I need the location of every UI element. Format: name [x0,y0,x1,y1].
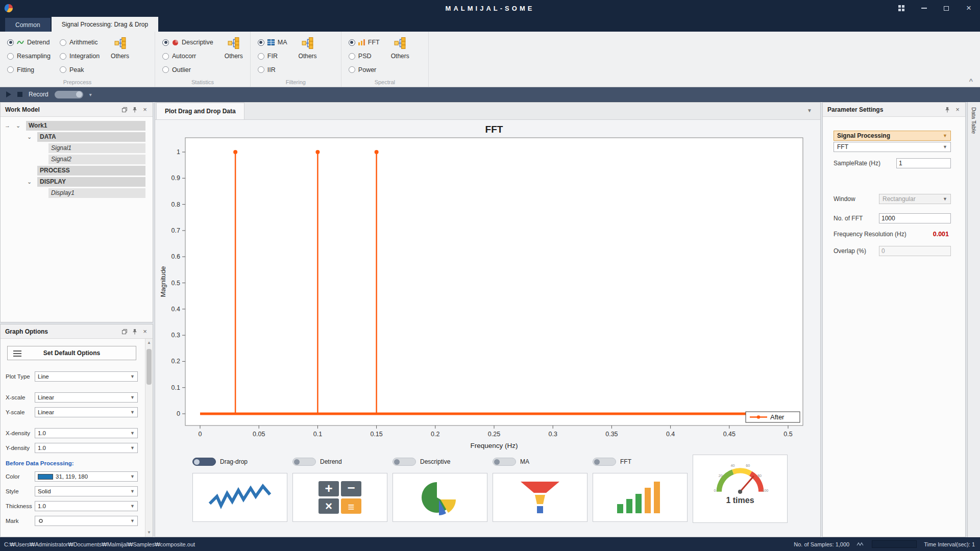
pin-icon[interactable] [943,105,952,114]
mark-select[interactable]: ▼ [35,516,138,526]
ribbon-option-descriptive[interactable]: Descriptive [162,36,213,49]
ribbon-others-spectral[interactable]: Others [391,37,409,77]
tree-node-signal1[interactable]: Signal1 [1,142,153,154]
close-icon[interactable]: × [140,327,150,336]
scroll-thumb[interactable] [146,349,152,385]
ribbon-option-integration[interactable]: Integration [60,49,100,63]
gauge-card[interactable]: 0204060801001 times [693,455,788,523]
chevron-down-icon: ▼ [130,474,135,479]
ribbon-option-fft[interactable]: FFT [349,36,380,49]
tree-node-work1[interactable]: →⌄Work1 [1,120,153,131]
toggle-ma[interactable]: MA [493,458,529,466]
card-fft[interactable] [593,473,688,522]
tree-node-display1[interactable]: Display1 [1,187,153,198]
scroll-down-icon[interactable]: ▼ [145,529,153,536]
card-ma[interactable] [493,473,587,522]
ribbon-option-outlier[interactable]: Outlier [162,63,213,77]
nfft-input[interactable] [879,213,951,223]
toggle-label: Descriptive [420,458,450,465]
ribbon-option-fitting[interactable]: Fitting [7,63,51,77]
sample-rate-input[interactable] [896,158,951,168]
window-select[interactable]: Rectangular ▼ [879,194,951,204]
card-drag-drop[interactable] [192,473,287,522]
method-select[interactable]: FFT ▼ [834,142,951,152]
ribbon-option-column: FFTPSDPower [349,36,380,77]
play-icon[interactable] [6,91,11,97]
chevron-down-icon[interactable]: ▾ [89,92,92,97]
card-detrend[interactable]: +−×≡ [292,473,387,522]
ribbon-option-arithmetic[interactable]: Arithmetic [60,36,100,49]
tree-node-signal2[interactable]: Signal2 [1,154,153,165]
field-label: Y-scale [6,409,35,415]
close-icon[interactable]: × [953,105,962,114]
ribbon-option-detrend[interactable]: Detrend [7,36,51,49]
expander-icon[interactable]: ⌄ [27,179,37,185]
pin-icon[interactable] [130,327,139,336]
chevron-down-icon[interactable]: ▼ [807,108,812,113]
panel-title: Work Model [5,106,119,113]
scroll-up-icon[interactable]: ▲ [145,339,153,346]
marker-icon [38,518,44,524]
ribbon-collapse-icon[interactable]: ^ [969,77,973,85]
svg-text:0.5: 0.5 [783,431,792,438]
pin-icon[interactable] [130,105,139,114]
tree-node-process[interactable]: PROCESS [1,165,153,176]
overlap-input[interactable] [879,246,951,256]
ribbon-option-fir[interactable]: FIR [258,49,287,63]
toggle-drag-drop[interactable]: Drag-drop [192,458,248,466]
ma-icon [267,39,275,45]
tree-node-data[interactable]: ⌄DATA [1,131,153,142]
x-density-select[interactable]: 1.0▼ [35,428,138,438]
ribbon-option-ma[interactable]: MA [258,36,287,49]
toggle-detrend[interactable]: Detrend [292,458,342,466]
ribbon-others-statistics[interactable]: Others [225,37,243,77]
ribbon-option-resampling[interactable]: Resampling [7,49,51,63]
ribbon-others-filtering[interactable]: Others [299,37,317,77]
plot-type-select[interactable]: Line▼ [35,371,138,382]
toggle-descriptive[interactable]: Descriptive [393,458,450,466]
field-value: 1.0 [38,445,46,451]
tab-common[interactable]: Common [5,18,51,32]
y-scale-select[interactable]: Linear▼ [35,407,138,417]
chevron-down-icon: ▼ [130,410,135,415]
ribbon-others-preprocess[interactable]: Others [111,37,129,77]
float-window-icon[interactable] [120,105,129,114]
toggle-fft[interactable]: FFT [593,458,631,466]
data-table-side-tab[interactable]: Data Table [967,102,980,537]
svg-text:Frequency (Hz): Frequency (Hz) [470,442,518,449]
plot-document: Plot Drag and Drop Data ▼ FFT 00.10.20.3… [155,102,821,537]
others-label: Others [111,53,129,60]
close-icon[interactable]: × [140,105,150,114]
expander-icon[interactable]: ⌄ [27,134,37,140]
set-default-options-button[interactable]: Set Default Options [7,346,136,360]
ribbon-option-psd[interactable]: PSD [349,49,380,63]
ribbon-option-iir[interactable]: IIR [258,63,287,77]
color-select[interactable]: 31, 119, 180▼ [35,471,138,482]
svg-text:+: + [325,481,332,496]
graph-option-row-x-scale: X-scaleLinear▼ [6,392,138,403]
record-toggle[interactable] [55,91,83,98]
ribbon-option-power[interactable]: Power [349,63,380,77]
ribbon-option-autocorr[interactable]: Autocorr [162,49,213,63]
float-window-icon[interactable] [120,327,129,336]
work-model-tree: →⌄Work1⌄DATASignal1Signal2PROCESS⌄DISPLA… [1,117,153,198]
card-descriptive[interactable] [393,473,487,522]
others-icon [227,37,240,51]
svg-text:1: 1 [177,148,180,156]
tab-signal-processing[interactable]: Signal Processing: Drag & Drop [52,17,158,32]
stop-icon[interactable] [17,92,22,97]
tree-node-display[interactable]: ⌄DISPLAY [1,176,153,187]
thickness-select[interactable]: 1.0▼ [35,501,138,511]
y-density-select[interactable]: 1.0▼ [35,443,138,453]
toggle-switch-icon [292,458,316,466]
frequency-resolution-value: 0.001 [933,231,949,238]
ribbon-option-label: Integration [69,53,100,60]
ribbon-option-peak[interactable]: Peak [60,63,100,77]
scrollbar[interactable]: ▲ ▼ [145,339,153,537]
style-select[interactable]: Solid▼ [35,486,138,496]
category-select[interactable]: Signal Processing ▼ [834,131,951,141]
tab-plot-drag-drop-data[interactable]: Plot Drag and Drop Data [156,103,244,119]
x-scale-select[interactable]: Linear▼ [35,392,138,403]
field-value: Linear [38,409,54,415]
expander-icon[interactable]: ⌄ [16,122,26,129]
